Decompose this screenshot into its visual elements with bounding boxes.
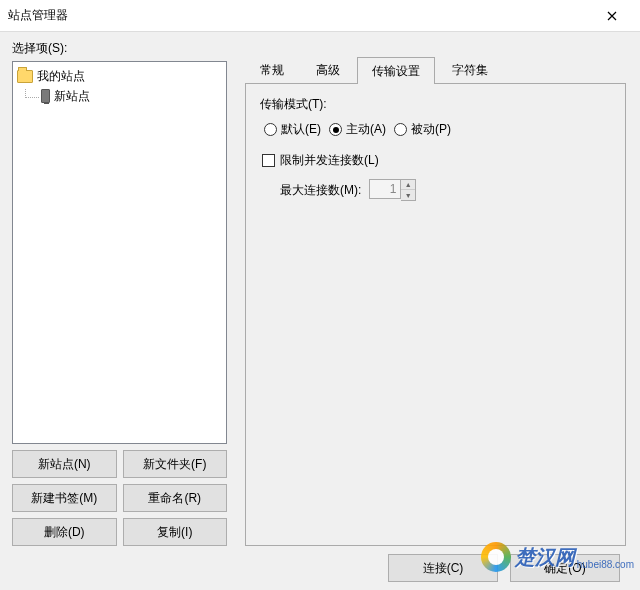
tab-bar: 常规 高级 传输设置 字符集 xyxy=(245,56,626,84)
folder-icon xyxy=(17,70,33,83)
radio-icon xyxy=(264,123,277,136)
close-button[interactable] xyxy=(592,2,632,30)
tab-transfer[interactable]: 传输设置 xyxy=(357,57,435,84)
copy-button[interactable]: 复制(I) xyxy=(123,518,228,546)
radio-icon xyxy=(394,123,407,136)
max-conn-spinner[interactable]: ▲ ▼ xyxy=(369,179,416,201)
radio-active[interactable]: 主动(A) xyxy=(329,121,386,138)
tree-root-label: 我的站点 xyxy=(37,68,85,85)
limit-checkbox[interactable] xyxy=(262,154,275,167)
radio-default[interactable]: 默认(E) xyxy=(264,121,321,138)
max-conn-input[interactable] xyxy=(369,179,401,199)
select-entry-label: 选择项(S): xyxy=(12,40,231,57)
tab-advanced[interactable]: 高级 xyxy=(301,56,355,83)
delete-button[interactable]: 删除(D) xyxy=(12,518,117,546)
spin-down-button[interactable]: ▼ xyxy=(401,190,415,200)
max-conn-label: 最大连接数(M): xyxy=(280,182,361,199)
spin-up-button[interactable]: ▲ xyxy=(401,180,415,190)
connect-button[interactable]: 连接(C) xyxy=(388,554,498,582)
dialog-footer: 连接(C) 确定(O) xyxy=(6,546,630,582)
new-site-button[interactable]: 新站点(N) xyxy=(12,450,117,478)
tree-child-item[interactable]: 新站点 xyxy=(15,86,224,106)
site-tree[interactable]: 我的站点 新站点 xyxy=(12,61,227,444)
close-icon xyxy=(607,11,617,21)
tree-child-label: 新站点 xyxy=(54,88,90,105)
titlebar: 站点管理器 xyxy=(0,0,640,32)
radio-icon xyxy=(329,123,342,136)
tree-root-item[interactable]: 我的站点 xyxy=(15,66,224,86)
new-folder-button[interactable]: 新文件夹(F) xyxy=(123,450,228,478)
new-bookmark-button[interactable]: 新建书签(M) xyxy=(12,484,117,512)
transfer-mode-label: 传输模式(T): xyxy=(260,96,611,113)
window-title: 站点管理器 xyxy=(8,7,592,24)
tab-general[interactable]: 常规 xyxy=(245,56,299,83)
right-panel: 常规 高级 传输设置 字符集 传输模式(T): 默认(E) 主动(A xyxy=(231,38,630,546)
rename-button[interactable]: 重命名(R) xyxy=(123,484,228,512)
server-icon xyxy=(41,89,50,103)
limit-label: 限制并发连接数(L) xyxy=(280,152,379,169)
ok-button[interactable]: 确定(O) xyxy=(510,554,620,582)
tab-content-transfer: 传输模式(T): 默认(E) 主动(A) 被动(P) xyxy=(245,84,626,546)
radio-passive[interactable]: 被动(P) xyxy=(394,121,451,138)
left-panel: 选择项(S): 我的站点 新站点 新站点(N) 新文件夹(F) xyxy=(6,38,231,546)
tab-charset[interactable]: 字符集 xyxy=(437,56,503,83)
